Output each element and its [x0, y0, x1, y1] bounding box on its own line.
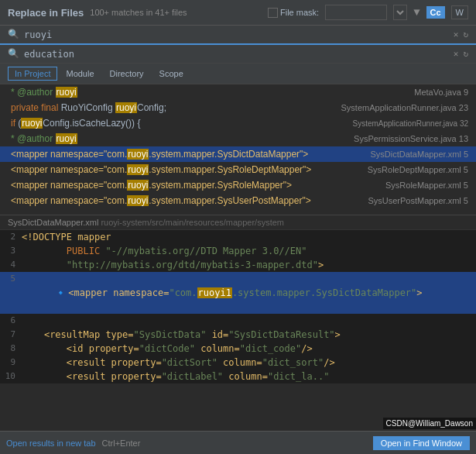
- results-list: * @author ruoyi MetaVo.java 9 private fi…: [0, 84, 476, 215]
- replace-input[interactable]: [24, 49, 449, 60]
- bottom-bar: Open results in new tab Ctrl+Enter Open …: [0, 431, 476, 454]
- code-line: 10 <result property="dictLabel" column="…: [0, 370, 476, 383]
- replace-row: 🔍 ✕ ↻: [0, 45, 476, 64]
- result-text: <mapper namespace="com.ruoyi.system.mapp…: [11, 149, 370, 160]
- line-content: <result property="dictLabel" column="dic…: [22, 370, 329, 383]
- code-line-selected: 5 🔹<mapper namespace="com.ruoyi1.system.…: [0, 272, 476, 314]
- result-filename: SysRoleDeptMapper.xml 5: [368, 165, 468, 174]
- line-number: 7: [0, 328, 22, 342]
- line-content: 🔹<mapper namespace="com.ruoyi1.system.ma…: [22, 272, 423, 314]
- line-number: 3: [0, 244, 22, 258]
- code-line: 6: [0, 314, 476, 328]
- result-item[interactable]: private final RuoYiConfig ruoyiConfig; S…: [0, 100, 476, 115]
- result-text: <mapper namespace="com.ruoyi.system.mapp…: [11, 180, 385, 191]
- result-item[interactable]: <mapper namespace="com.ruoyi.system.mapp…: [0, 193, 476, 208]
- result-text: * @author ruoyi: [11, 87, 414, 98]
- result-item[interactable]: <mapper namespace="com.ruoyi.system.mapp…: [0, 162, 476, 177]
- code-line: 9 <result property="dictSort" column="di…: [0, 356, 476, 370]
- search-refresh-icon[interactable]: ↻: [463, 29, 468, 40]
- shortcut-label: Ctrl+Enter: [102, 439, 141, 448]
- file-mask-dropdown[interactable]: [393, 5, 407, 20]
- search-clear-icon[interactable]: ✕: [454, 29, 459, 40]
- file-mask-label: File mask:: [280, 8, 319, 17]
- line-number: 10: [0, 370, 22, 383]
- replace-clear-icon[interactable]: ✕: [454, 49, 459, 59]
- line-number: 6: [0, 314, 22, 328]
- line-number: 9: [0, 356, 22, 370]
- line-content: <id property="dictCode" column="dict_cod…: [22, 342, 313, 356]
- replace-refresh-icon[interactable]: ↻: [463, 49, 468, 59]
- result-text: <mapper namespace="com.ruoyi.system.mapp…: [11, 164, 368, 175]
- line-content: "http://mybatis.org/dtd/mybatis-3-mapper…: [22, 258, 324, 272]
- code-line: 4 "http://mybatis.org/dtd/mybatis-3-mapp…: [0, 258, 476, 272]
- tabs-row: In Project Module Directory Scope: [0, 64, 476, 84]
- preview-filename: SysDictDataMapper.xml: [8, 218, 98, 227]
- result-item[interactable]: * @author ruoyi MetaVo.java 9: [0, 84, 476, 100]
- code-line: 2 <!DOCTYPE mapper: [0, 230, 476, 244]
- tab-scope[interactable]: Scope: [152, 67, 190, 81]
- line-content: <resultMap type="SysDictData" id="SysDic…: [22, 328, 341, 342]
- code-preview: SysDictDataMapper.xml ruoyi-system/src/m…: [0, 215, 476, 383]
- open-find-window-button[interactable]: Open in Find Window: [373, 436, 470, 450]
- search-row: 🔍 ✕ ↻: [0, 26, 476, 45]
- match-count: 100+ matches in 41+ files: [90, 8, 187, 17]
- file-mask-input[interactable]: [325, 5, 387, 20]
- result-filename: SysDictDataMapper.xml 5: [370, 150, 468, 159]
- search-input[interactable]: [24, 29, 449, 40]
- result-item[interactable]: * @author ruoyi SysPermissionService.jav…: [0, 131, 476, 146]
- replace-icon: 🔍: [8, 48, 19, 60]
- code-line: 3 PUBLIC "-//mybatis.org//DTD Mapper 3.0…: [0, 244, 476, 258]
- whole-word-button[interactable]: W: [451, 5, 468, 19]
- result-filename: SysPermissionService.java 13: [354, 134, 468, 143]
- tab-in-project[interactable]: In Project: [8, 67, 57, 81]
- result-text: private final RuoYiConfig ruoyiConfig;: [11, 102, 341, 113]
- code-preview-header: SysDictDataMapper.xml ruoyi-system/src/m…: [0, 215, 476, 230]
- code-line: 8 <id property="dictCode" column="dict_c…: [0, 342, 476, 356]
- result-filename: SystemApplicationRunner.java 23: [341, 103, 468, 112]
- result-item[interactable]: if (ruoyiConfig.isCacheLazy()) { SystemA…: [0, 115, 476, 131]
- search-icon: 🔍: [8, 29, 19, 40]
- line-content: [22, 314, 27, 328]
- result-item[interactable]: <mapper namespace="com.ruoyi.system.mapp…: [0, 177, 476, 193]
- file-mask-checkbox[interactable]: [268, 8, 278, 18]
- watermark: CSDN@William_Dawson: [383, 418, 476, 429]
- header-title: Replace in Files: [8, 7, 84, 19]
- header: Replace in Files 100+ matches in 41+ fil…: [0, 0, 476, 26]
- line-number: 8: [0, 342, 22, 356]
- line-number: 2: [0, 230, 22, 244]
- tab-directory[interactable]: Directory: [103, 67, 151, 81]
- result-filename: SysRoleMapper.xml 5: [385, 181, 468, 190]
- result-filename: SysUserPostMapper.xml 5: [368, 196, 468, 205]
- line-number: 4: [0, 258, 22, 272]
- code-line: 7 <resultMap type="SysDictData" id="SysD…: [0, 328, 476, 342]
- result-text: <mapper namespace="com.ruoyi.system.mapp…: [11, 195, 368, 206]
- line-content: PUBLIC "-//mybatis.org//DTD Mapper 3.0//…: [22, 244, 306, 258]
- result-text: * @author ruoyi: [11, 133, 354, 144]
- case-sensitive-button[interactable]: Cc: [426, 6, 445, 19]
- result-text: if (ruoyiConfig.isCacheLazy()) {: [11, 118, 352, 129]
- line-number: 5: [0, 272, 22, 286]
- result-filename: MetaVo.java 9: [414, 88, 468, 97]
- line-content: <result property="dictSort" column="dict…: [22, 356, 335, 370]
- open-results-link[interactable]: Open results in new tab: [6, 439, 96, 448]
- result-filename: SystemApplicationRunner.java 32: [352, 119, 468, 128]
- tab-module[interactable]: Module: [59, 67, 101, 81]
- file-mask-checkbox-wrap: File mask:: [268, 8, 319, 18]
- result-item[interactable]: <mapper namespace="com.ruoyi.system.mapp…: [0, 146, 476, 162]
- filter-icon[interactable]: ▼: [413, 6, 419, 19]
- line-content: <!DOCTYPE mapper: [22, 230, 111, 244]
